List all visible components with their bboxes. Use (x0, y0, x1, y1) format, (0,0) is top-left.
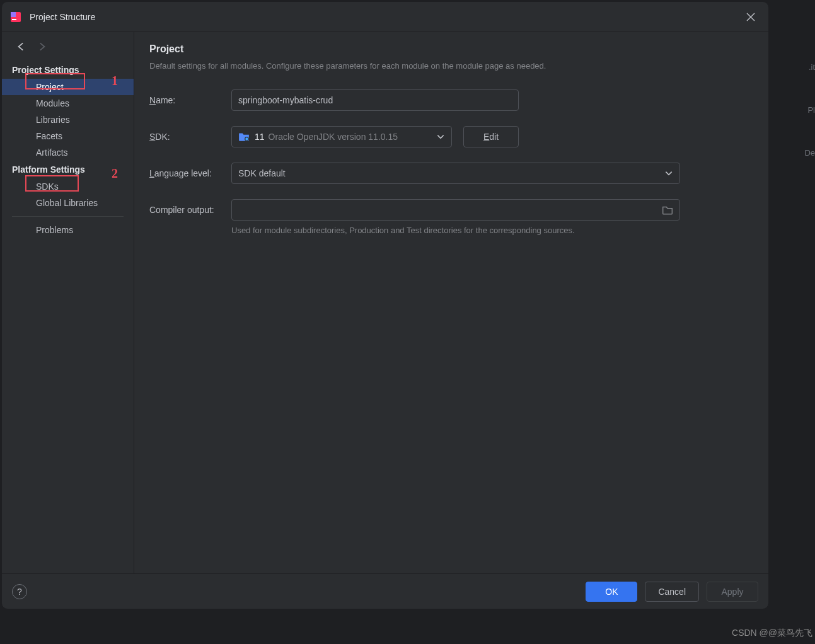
project-structure-dialog: Project Structure Project Settings Proje… (1, 1, 769, 609)
sidebar-item-global-libraries[interactable]: Global Libraries (2, 195, 134, 211)
watermark: CSDN @@菜鸟先飞 (732, 628, 812, 639)
sidebar-divider (12, 216, 124, 217)
app-icon (9, 11, 22, 23)
language-level-label: Language level: (149, 168, 231, 178)
sidebar-item-facets[interactable]: Facets (2, 128, 134, 144)
svg-point-6 (245, 137, 248, 141)
sidebar: Project Settings Project Modules Librari… (2, 32, 134, 573)
dialog-footer: ? OK Cancel Apply (2, 573, 768, 609)
sidebar-item-modules[interactable]: Modules (2, 95, 134, 112)
svg-rect-2 (12, 19, 16, 20)
sidebar-item-problems[interactable]: Problems (2, 222, 134, 238)
annotation-number-1: 1 (112, 74, 118, 88)
language-level-dropdown[interactable]: SDK default (231, 163, 680, 184)
compiler-output-field[interactable] (231, 199, 680, 221)
sdk-dropdown[interactable]: 11Oracle OpenJDK version 11.0.15 (231, 126, 452, 147)
sdk-text: 11Oracle OpenJDK version 11.0.15 (255, 132, 436, 142)
name-label: Name: (149, 95, 231, 105)
compiler-hint: Used for module subdirectories, Producti… (231, 226, 753, 235)
sdk-label: SDK: (149, 132, 231, 142)
close-button[interactable] (741, 7, 761, 27)
edit-sdk-button[interactable]: Edit (463, 126, 519, 147)
apply-button: Apply (707, 582, 758, 602)
compiler-output-label: Compiler output: (149, 205, 231, 215)
content-description: Default settings for all modules. Config… (149, 61, 753, 71)
chevron-down-icon (664, 169, 673, 178)
content-title: Project (149, 43, 753, 55)
sidebar-item-libraries[interactable]: Libraries (2, 112, 134, 128)
compiler-output-input[interactable] (238, 205, 662, 215)
nav-forward-button[interactable] (36, 41, 47, 52)
content-panel: Project Default settings for all modules… (134, 32, 768, 573)
nav-back-button[interactable] (16, 41, 27, 52)
ok-button[interactable]: OK (586, 582, 637, 602)
name-input[interactable] (231, 89, 519, 111)
svg-rect-1 (11, 12, 16, 17)
browse-folder-icon[interactable] (662, 204, 673, 216)
cancel-button[interactable]: Cancel (645, 582, 699, 602)
background-fragments: .it Pl De (804, 57, 815, 164)
folder-icon (238, 131, 250, 142)
help-button[interactable]: ? (12, 584, 27, 599)
annotation-number-2: 2 (112, 166, 118, 181)
titlebar: Project Structure (2, 2, 768, 32)
dialog-title: Project Structure (30, 12, 741, 22)
sidebar-item-artifacts[interactable]: Artifacts (2, 144, 134, 161)
language-level-text: SDK default (238, 168, 664, 178)
chevron-down-icon (436, 132, 445, 141)
